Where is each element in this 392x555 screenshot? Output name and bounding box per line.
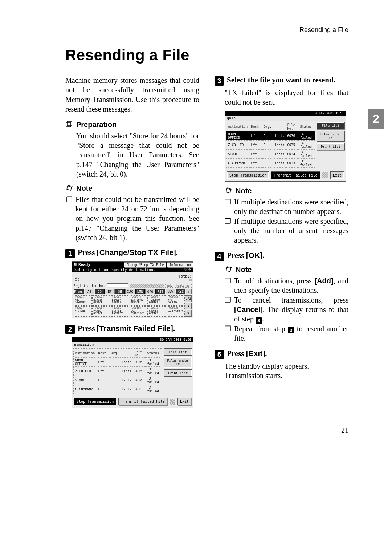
th-dest-name: estination (226, 122, 250, 131)
transmit-failed-file-button[interactable]: Transmit Failed File (118, 398, 167, 405)
tab-switch-icon[interactable]: ↻ (186, 289, 192, 294)
table-row[interactable]: NDON OFFICELft11shts0036TX failed (74, 358, 162, 367)
stop-transmission-button[interactable]: Stop Transmission (227, 171, 269, 179)
ready-title: Ready (78, 262, 90, 267)
tab-opq[interactable]: OPQ (145, 289, 155, 294)
registration-input[interactable] (107, 283, 128, 288)
tab-lmn[interactable]: LMN (135, 289, 145, 294)
scroll-up-button[interactable]: ▲ (185, 303, 192, 309)
transmit-failed-file-button[interactable]: Transmit Failed File (271, 171, 320, 179)
step-4-text: Press [OK]. (227, 251, 348, 260)
select-file-screen-screenshot: 30 JAN 2003 0:51 gain estination Dest. O… (225, 111, 346, 182)
two-column-layout: Machine memory stores messages that coul… (65, 76, 348, 408)
tab-ab[interactable]: AB (85, 289, 94, 294)
page-number: 21 (65, 426, 348, 434)
dest-button-8[interactable]: [00008]PARIS OFFICE (92, 306, 110, 317)
table-row[interactable]: Z CO.LTDLft11shts0035TX failed (74, 367, 162, 376)
hatch-decoration (322, 172, 328, 178)
step-4-pre: Press (227, 251, 246, 260)
note-heading: Note (225, 266, 348, 274)
alpha-tab-row: Freq. AB CD EF GH IJK LMN OPQ RST UVW XY… (74, 289, 192, 294)
tab-cd[interactable]: CD (95, 289, 105, 294)
dest-button-2[interactable]: [00002]BERLIN OFFICE (92, 295, 110, 306)
dest-button-5[interactable]: [00005]TORONTO OFFICE (148, 295, 166, 306)
exit-label: [Exit] (246, 349, 265, 357)
tab-uvw[interactable]: UVW (166, 289, 175, 294)
panel-title-partial: gain (225, 116, 346, 121)
table-row[interactable]: C COMPANYLft11shts0033TX failed (74, 385, 162, 394)
step-number-1-icon: 1 (65, 249, 75, 258)
preparation-label: Preparation (76, 121, 117, 129)
dest-button-9[interactable]: [00009]DETROIT FACTORY (111, 306, 129, 317)
tab-freq[interactable]: Freq. (74, 289, 84, 294)
file-list-panel: estination Dest. Org. File No. Status ND… (72, 347, 193, 396)
step-5: 5 Press [Exit]. (215, 349, 348, 358)
file-list-button[interactable]: File List (317, 122, 345, 129)
dest-button-1[interactable]: [00001]ABC COMPANY (74, 295, 92, 306)
cancel-label: [Cancel] (234, 305, 263, 313)
note-text: Files that could not be transmitted will… (75, 195, 199, 243)
tab-xyz[interactable]: XYZ (176, 289, 185, 294)
set-original-label: Set original and specify destination. (74, 268, 155, 272)
file-table: estination Dest. Org. File No. Status ND… (74, 349, 162, 394)
dest-button-4[interactable]: [00004]NEW YORK OFFICE (130, 295, 148, 306)
ready-screen-screenshot: Ready Change/Stop TX File Information Se… (72, 261, 193, 318)
th-dest: Dest. (250, 122, 262, 131)
print-list-button[interactable]: Print List (317, 143, 345, 150)
dest-button-6[interactable]: [00006]XYZ CO.LTD. (167, 295, 185, 306)
scroll-down-button[interactable]: ▼ (185, 310, 192, 317)
note1-bullet-2: ❒ If multiple destinations were specifie… (225, 216, 348, 245)
note1-text-2: If multiple destinations were specified,… (234, 216, 348, 245)
files-under-tx-button[interactable]: Files under TX (164, 357, 192, 368)
print-list-button[interactable]: Print List (164, 369, 192, 377)
svg-rect-0 (66, 122, 71, 127)
table-row[interactable]: Z CO.LTDLft11shts0035TX failed (226, 140, 315, 149)
page-indicator: 1/2 (185, 295, 192, 302)
note1-bullet-list: ❒ If multiple destinations were specifie… (225, 197, 348, 245)
tab-rst[interactable]: RST (155, 289, 165, 294)
files-under-tx-button[interactable]: Files under TX (317, 131, 345, 142)
ready-header: Ready Change/Stop TX File Information (72, 262, 193, 268)
th-status: Status (146, 349, 162, 358)
tab-ef[interactable]: EF (105, 289, 115, 294)
dest-button-11[interactable]: [00011]SYDNEY OFFICE (148, 306, 166, 317)
tab-gh[interactable]: GH (115, 289, 125, 294)
running-header: Resending a File (65, 26, 348, 36)
step-1-text: Press [Change/Stop TX File]. (78, 248, 199, 257)
preparation-icon (65, 121, 73, 128)
page-title: Resending a File (65, 46, 348, 64)
note2-text-3: Repeat from step 3 to resend another fil… (234, 324, 348, 343)
transmission-starts-text: Transmission starts. (225, 371, 348, 380)
adv-features-button[interactable]: Adv. Features (165, 284, 192, 288)
clock-bar: 30 JAN 2003 0:51 (225, 111, 346, 116)
information-button[interactable]: Information (167, 262, 193, 267)
panel-title-partial: nsmission (72, 342, 193, 347)
th-dest: Dest. (97, 349, 110, 358)
ok-label: [OK] (246, 251, 263, 259)
dest-button-10[interactable]: [00010]SAN FRANCISCO (130, 306, 148, 317)
note-bullet-1: ❒ Files that could not be transmitted wi… (66, 195, 199, 243)
dest-button-3[interactable]: [00003]LONDON OFFICE (111, 295, 129, 306)
file-list-button[interactable]: File List (164, 348, 192, 356)
ready-subheader: Set original and specify destination. 99… (72, 268, 193, 272)
step-ref-3-icon: 3 (256, 317, 262, 324)
th-fileno: File No. (133, 349, 146, 358)
dest-button-7[interactable]: [00007]X STORE (74, 306, 92, 317)
stop-transmission-button[interactable]: Stop Transmission (74, 398, 116, 405)
source-row: ☎ Total: 0 (74, 274, 192, 282)
exit-button[interactable]: Exit (177, 398, 191, 405)
table-row[interactable]: STORELft11shts0034TX failed (74, 376, 162, 385)
file-table: estination Dest. Org. File No. Status ND… (226, 122, 315, 168)
step-1: 1 Press [Change/Stop TX File]. (65, 248, 199, 258)
change-stop-tx-file-button[interactable]: Change/Stop TX File (124, 262, 166, 267)
transmit-failed-file-label: [Transmit Failed File] (97, 324, 173, 332)
dest-button-12[interactable]: [00012]LA FACTORY (167, 306, 185, 317)
table-row[interactable]: STORELft11shts0034TX failed (226, 149, 315, 158)
table-row-selected[interactable]: NDON OFFICELft11shts0036TX failed (226, 131, 315, 140)
exit-button[interactable]: Exit (330, 171, 344, 179)
tab-ijk[interactable]: IJK (125, 289, 135, 294)
table-row[interactable]: C COMPANYLft11shts0033TX failed (226, 158, 315, 167)
bullet-square-icon: ❒ (225, 295, 231, 324)
status-led-icon (74, 263, 77, 266)
note-label: Note (236, 187, 252, 195)
